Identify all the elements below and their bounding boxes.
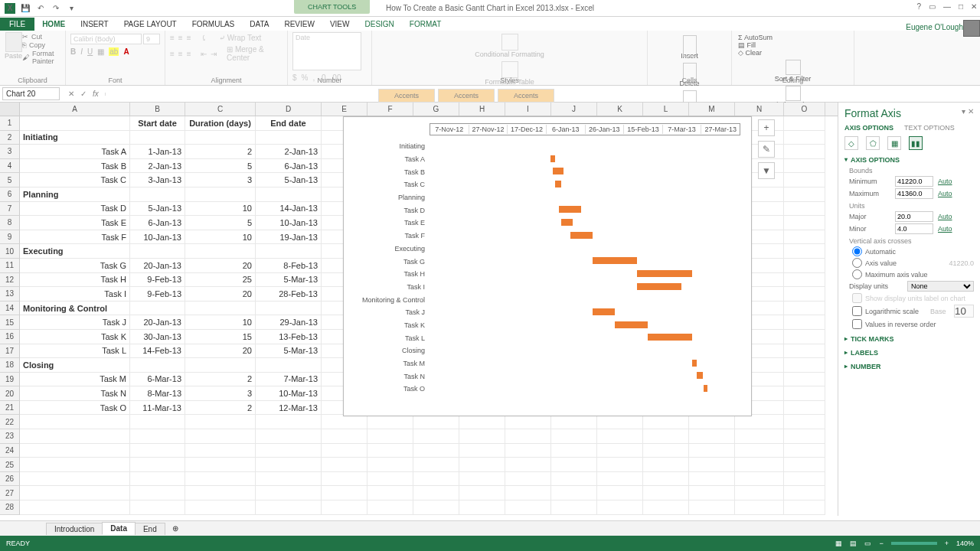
- cell[interactable]: 10-Jan-13: [256, 216, 322, 230]
- cell[interactable]: 20: [185, 344, 256, 359]
- cell[interactable]: [459, 415, 505, 429]
- zoom-out-button[interactable]: −: [879, 540, 883, 547]
- cell[interactable]: Task A: [20, 145, 130, 159]
- tab-review[interactable]: REVIEW: [276, 18, 322, 31]
- cell[interactable]: [322, 458, 368, 472]
- cell[interactable]: [368, 444, 413, 458]
- tab-formulas[interactable]: FORMULAS: [185, 18, 243, 31]
- cell[interactable]: [413, 415, 459, 429]
- cell[interactable]: [689, 472, 735, 487]
- col-header[interactable]: D: [256, 103, 322, 116]
- row-header[interactable]: 12: [0, 273, 20, 288]
- cell[interactable]: 6-Mar-13: [130, 373, 185, 387]
- cell[interactable]: Task I: [20, 287, 130, 302]
- cell[interactable]: Task O: [20, 401, 130, 416]
- font-name-select[interactable]: Calibri (Body): [70, 34, 142, 44]
- close-icon[interactable]: ✕: [971, 2, 977, 11]
- row-header[interactable]: 6: [0, 187, 20, 202]
- row-header[interactable]: 27: [0, 486, 20, 500]
- cell[interactable]: [256, 486, 322, 500]
- cell[interactable]: 12-Mar-13: [256, 401, 322, 416]
- cell[interactable]: [784, 216, 825, 230]
- cell[interactable]: [784, 458, 825, 472]
- chart-styles-button[interactable]: ✎: [758, 141, 775, 158]
- fill-button[interactable]: ▤ Fill: [738, 41, 848, 49]
- worksheet-area[interactable]: A B C D E F G H I J K L M N O 1Start dat…: [0, 103, 838, 516]
- cell[interactable]: 8-Mar-13: [130, 386, 185, 401]
- view-normal-icon[interactable]: ▦: [835, 540, 842, 547]
- cell[interactable]: Task K: [20, 330, 130, 344]
- cell[interactable]: [784, 330, 825, 344]
- cell[interactable]: 3: [185, 386, 256, 401]
- cell[interactable]: 2: [185, 145, 256, 159]
- cell[interactable]: 3-Jan-13: [130, 173, 185, 187]
- increase-indent-button[interactable]: ⇥: [211, 50, 217, 58]
- align-left-button[interactable]: ≡: [170, 50, 175, 58]
- cell[interactable]: [256, 131, 322, 145]
- cell[interactable]: [130, 187, 185, 202]
- cell[interactable]: 15: [185, 330, 256, 344]
- clear-button[interactable]: ◇ Clear: [738, 49, 848, 57]
- cell[interactable]: [368, 486, 413, 500]
- cell[interactable]: 8-Feb-13: [256, 259, 322, 273]
- cell[interactable]: [784, 116, 825, 131]
- format-painter-button[interactable]: 🖌 Format Painter: [22, 50, 60, 65]
- cell[interactable]: Executing: [20, 244, 130, 259]
- cell[interactable]: 10: [185, 315, 256, 330]
- col-header[interactable]: G: [413, 103, 459, 116]
- cell[interactable]: [459, 429, 505, 444]
- row-header[interactable]: 3: [0, 145, 20, 159]
- cell[interactable]: Start date: [130, 116, 185, 131]
- cell[interactable]: 2-Jan-13: [256, 145, 322, 159]
- cell[interactable]: [689, 500, 735, 515]
- cell[interactable]: [689, 444, 735, 458]
- cell[interactable]: [368, 415, 413, 429]
- view-layout-icon[interactable]: ▤: [850, 540, 857, 547]
- cell[interactable]: [185, 358, 256, 373]
- row-header[interactable]: 18: [0, 358, 20, 373]
- cell[interactable]: Task N: [20, 386, 130, 401]
- sheet-tab-end[interactable]: End: [135, 523, 165, 535]
- cell[interactable]: Task G: [20, 259, 130, 273]
- cell[interactable]: [256, 444, 322, 458]
- row-header[interactable]: 22: [0, 415, 20, 429]
- cell[interactable]: [551, 429, 597, 444]
- number-format-select[interactable]: Date: [292, 32, 361, 70]
- bold-button[interactable]: B: [70, 47, 76, 56]
- row-header[interactable]: 19: [0, 373, 20, 387]
- cell[interactable]: [505, 429, 551, 444]
- insert-cells-button[interactable]: Insert: [652, 32, 727, 60]
- cell[interactable]: [784, 358, 825, 373]
- effects-icon[interactable]: ⬠: [866, 136, 880, 150]
- cell[interactable]: [413, 486, 459, 500]
- cell[interactable]: [735, 472, 784, 487]
- cell[interactable]: [551, 500, 597, 515]
- cell[interactable]: Task M: [20, 373, 130, 387]
- cell[interactable]: [256, 500, 322, 515]
- tab-home[interactable]: HOME: [34, 18, 73, 31]
- cell[interactable]: [551, 472, 597, 487]
- cell[interactable]: [597, 415, 643, 429]
- cell[interactable]: Task D: [20, 202, 130, 217]
- units-major-input[interactable]: [895, 211, 933, 222]
- cell[interactable]: [459, 500, 505, 515]
- col-header[interactable]: A: [20, 103, 130, 116]
- qat-customize-icon[interactable]: ▾: [66, 3, 77, 14]
- cell[interactable]: 20: [185, 259, 256, 273]
- pane-tab-axis-options[interactable]: AXIS OPTIONS: [844, 124, 893, 132]
- cell[interactable]: [689, 415, 735, 429]
- help-icon[interactable]: ?: [916, 2, 921, 11]
- cell[interactable]: [185, 429, 256, 444]
- cell[interactable]: 13-Feb-13: [256, 330, 322, 344]
- gantt-bar[interactable]: [561, 219, 573, 226]
- cell[interactable]: 5: [185, 159, 256, 174]
- row-header[interactable]: 11: [0, 259, 20, 273]
- autosum-button[interactable]: Σ AutoSum: [738, 34, 848, 41]
- cell[interactable]: [413, 444, 459, 458]
- cell-style[interactable]: Accents: [378, 89, 435, 103]
- cell[interactable]: 5-Jan-13: [130, 202, 185, 217]
- cell[interactable]: [130, 302, 185, 316]
- cell[interactable]: [256, 244, 322, 259]
- new-sheet-button[interactable]: ⊕: [165, 524, 186, 533]
- cell[interactable]: [784, 472, 825, 487]
